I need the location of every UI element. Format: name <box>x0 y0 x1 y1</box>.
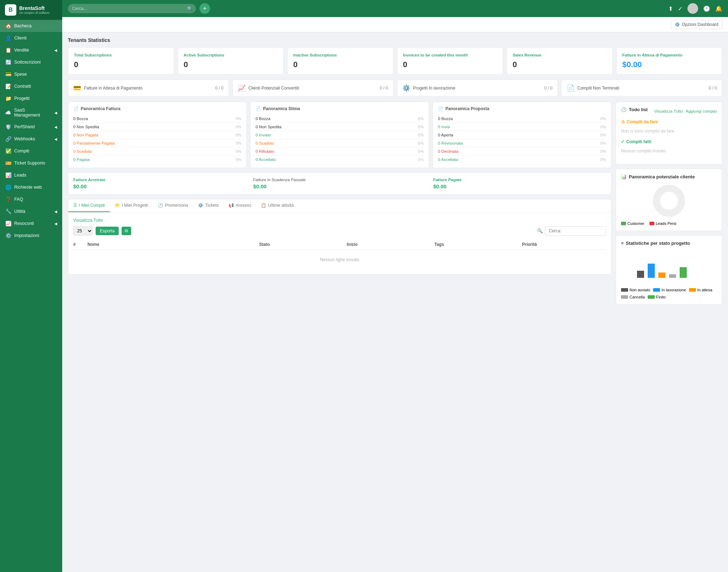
sidebar-item-impostazioni[interactable]: ⚙️Impostazioni <box>0 230 62 242</box>
sidebar-item-resoconti[interactable]: 📈Resoconti◀ <box>0 217 62 230</box>
panoramica-proposta-rows: 0 Bozza0%0 Invia0%0 Aperta0%0 Revisionat… <box>438 115 606 163</box>
widget-label-0: Fatture in Attesa di Pagamento <box>84 86 212 91</box>
legend-label-1: Leads Persi <box>656 221 676 226</box>
dashboard: Tenants Statistics Total Subscriptions0A… <box>62 32 728 309</box>
sidebar-item-webhooks[interactable]: 🔗Webhooks◀ <box>0 133 62 145</box>
share-icon[interactable]: ⬆ <box>668 5 673 12</box>
sidebar-item-utilita[interactable]: 🔧Utilità◀ <box>0 205 62 217</box>
todo-add[interactable]: Aggiungi compito <box>686 109 717 113</box>
sidebar-label-contratti: Contratti <box>14 84 31 89</box>
svg-rect-1 <box>637 271 644 278</box>
proj-legend-label-4: Finito <box>656 295 666 299</box>
sidebar-label-perfshield: PerfShield <box>14 124 35 129</box>
sidebar-label-clienti: Clienti <box>14 36 27 41</box>
sidebar-item-contratti[interactable]: 📝Contratti <box>0 80 62 92</box>
stat-label-0: Total Subscriptions <box>74 53 168 58</box>
sidebar-label-vendite: Vendite <box>14 48 29 53</box>
sidebar-item-richieste[interactable]: 🌐Richieste web <box>0 181 62 193</box>
bell-icon[interactable]: 🔔 <box>715 5 722 12</box>
pan-label-2: 0 Inviato <box>256 133 271 137</box>
stat-label-2: Inactive Subscriptions <box>293 53 387 58</box>
pan-row-2: 0 Inviato0% <box>256 131 424 139</box>
sidebar-item-ticket[interactable]: 🎫Ticket Supporto <box>0 157 62 169</box>
sidebar-label-compiti: Compiti <box>14 149 29 153</box>
tab-ultime-attività[interactable]: 📋Ultime attività <box>256 199 299 212</box>
tab-tickets[interactable]: ⚙️Tickets <box>193 199 224 212</box>
tab-icon-0: ☰ <box>73 203 77 208</box>
sidebar-item-perfshield[interactable]: 🛡️PerfShield◀ <box>0 121 62 133</box>
table-search-wrap: 🔍 <box>537 226 606 236</box>
topbar: 🔍 + ⬆ ✓ 🕐 🔔 <box>62 0 728 17</box>
pan-label-0: 0 Bozza <box>73 117 88 121</box>
pan-row-3: 0 Revisionata0% <box>438 139 606 147</box>
tab-promemoria[interactable]: 🕐Promemoria <box>153 199 193 212</box>
tab-i-miei-compiti[interactable]: ☰I Miei Compiti <box>68 199 110 212</box>
logo-subtitle: Un sospiro di sollievo <box>19 11 49 15</box>
project-chart <box>633 253 705 281</box>
sidebar-item-bacheca[interactable]: 🏠Bacheca <box>0 20 62 32</box>
pan-pct-1: 0% <box>418 125 424 129</box>
check-icon[interactable]: ✓ <box>678 5 682 12</box>
avatar[interactable] <box>687 3 698 14</box>
sidebar-item-saas[interactable]: ☁️SaaS Management◀ <box>0 104 62 121</box>
search-button[interactable]: 🔍 <box>187 6 193 11</box>
todo-view-all[interactable]: Visualizza Tutto <box>654 109 682 113</box>
sidebar-item-spese[interactable]: 💳Spese <box>0 68 62 80</box>
sidebar-label-faq: FAQ <box>14 197 23 202</box>
sidebar-item-leads[interactable]: 📊Leads <box>0 169 62 181</box>
widget-card-3[interactable]: 📄Compiti Non Terminati0 / 0 <box>561 80 722 97</box>
pan-label-5: 0 Accettato <box>256 157 276 162</box>
tab-label-4: Annunci <box>236 203 251 208</box>
svg-rect-4 <box>669 274 676 278</box>
sidebar-label-sottoscrizioni: Sottoscrizioni <box>14 60 41 65</box>
sidebar-item-faq[interactable]: ❓FAQ <box>0 193 62 205</box>
logo: B BrentaSoft Un sospiro di sollievo <box>0 0 62 20</box>
chevron-icon: ◀ <box>54 48 57 52</box>
proj-legend-item-2: In attesa <box>689 288 712 292</box>
export-button[interactable]: Esporta <box>96 227 119 235</box>
table-settings-button[interactable]: ⚙ <box>122 227 131 235</box>
sidebar-label-bacheca: Bacheca <box>14 23 32 28</box>
widget-card-0[interactable]: 💳Fatture in Attesa di Pagamento0 / 0 <box>68 80 229 97</box>
sidebar-item-sottoscrizioni[interactable]: 🔄Sottoscrizioni <box>0 56 62 68</box>
stat-value-5: $0.00 <box>622 60 717 69</box>
fatture-value-1: $0.00 <box>253 183 426 189</box>
stats-row: Total Subscriptions0Active Subscriptions… <box>68 47 722 75</box>
sidebar-label-utilita: Utilità <box>14 209 25 214</box>
pan-row-1: 0 Non Spedita0% <box>73 123 241 131</box>
todo-done-title: ✓ Compiti fatti <box>621 139 717 144</box>
sidebar-item-clienti[interactable]: 👤Clienti <box>0 32 62 44</box>
fatture-value-0: $0.00 <box>73 183 246 189</box>
sidebar-item-vendite[interactable]: 📋Vendite◀ <box>0 44 62 56</box>
tab-annunci[interactable]: 📢Annunci <box>224 199 256 212</box>
pan-label-5: 0 Accettata <box>438 157 458 162</box>
tab-label-5: Ultime attività <box>268 203 294 208</box>
search-input[interactable] <box>68 4 196 13</box>
project-legend: Non avviatoIn lavorazioneIn attesaCancel… <box>621 288 717 299</box>
legend-label-0: Customer <box>627 221 644 226</box>
statistiche-progetto-panel: ≡ Statistiche per stato progetto <box>616 235 722 304</box>
stat-value-1: 0 <box>184 60 278 69</box>
doc-icon-2: 📄 <box>256 106 261 111</box>
sidebar-item-progetti[interactable]: 📁Progetti <box>0 92 62 104</box>
widget-count-0: 0 / 0 <box>215 86 223 91</box>
sidebar-icon-clienti: 👤 <box>5 35 11 41</box>
table-search-input[interactable] <box>545 226 606 236</box>
view-all-link[interactable]: Visualizza Tutto <box>73 218 103 223</box>
todo-section-pending: ⚠ Compiti da fare Non ci sono compito da… <box>621 119 717 136</box>
tab-i-miei-progetti[interactable]: 📁I Miei Progetti <box>110 199 153 212</box>
clock-icon[interactable]: 🕐 <box>703 5 710 12</box>
progetto-chart-area <box>621 249 717 285</box>
per-page-select[interactable]: 25 50 100 <box>73 226 93 236</box>
add-button[interactable]: + <box>199 3 210 14</box>
pan-label-0: 0 Bozza <box>438 117 453 121</box>
dashboard-options-button[interactable]: ⚙️ Opzioni Dashboard <box>671 20 722 29</box>
sidebar-item-compiti[interactable]: ✅Compiti <box>0 145 62 157</box>
widget-card-2[interactable]: ⚙️Progetti In lavorazione0 / 0 <box>397 80 558 97</box>
stat-value-4: 0 <box>513 60 607 69</box>
widget-card-1[interactable]: 📈Clienti Potenziali Convertiti0 / 0 <box>232 80 394 97</box>
widget-count-1: 0 / 0 <box>380 86 388 91</box>
stat-value-2: 0 <box>293 60 387 69</box>
panoramica-fattura-title: 📄 Panoramica Fattura <box>73 106 241 111</box>
tab-label-0: I Miei Compiti <box>79 203 105 208</box>
